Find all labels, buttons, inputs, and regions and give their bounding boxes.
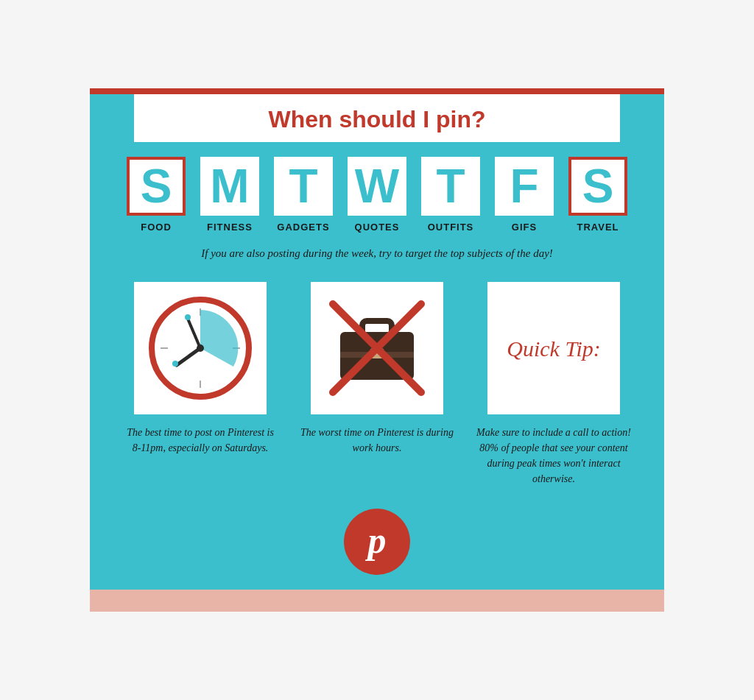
card-quicktip: Quick Tip: Make sure to include a call t… [473,282,635,487]
clock-circle [149,297,252,400]
bottom-border [90,590,664,612]
card-clock-text: The best time to post on Pinterest is 8-… [119,425,281,456]
svg-point-8 [172,361,178,367]
day-thursday: T [421,157,480,216]
day-wednesday: W [348,157,406,216]
svg-point-7 [197,344,204,352]
pinterest-logo: p [344,509,410,575]
pinterest-p-icon: p [368,522,387,562]
day-saturday: S [568,157,627,216]
day-sunday: S [127,157,186,216]
subject-travel: TRAVEL [568,222,627,233]
subject-gifs: GIFS [495,222,554,233]
cross-svg [318,289,436,407]
day-monday: M [200,157,259,216]
subjects-row: FOOD FITNESS GADGETS QUOTES OUTFITS GIFS… [119,222,635,233]
subject-food: FOOD [127,222,186,233]
subtitle: If you are also posting during the week,… [90,240,664,275]
clock-visual [134,282,267,414]
subject-outfits: OUTFITS [421,222,480,233]
subject-quotes: QUOTES [348,222,406,233]
svg-point-9 [185,314,191,320]
quicktip-header: Quick Tip: [507,334,601,363]
cards-section: The best time to post on Pinterest is 8-… [90,275,664,501]
pinterest-section: p [90,501,664,575]
title-section: When should I pin? [90,94,664,142]
subject-gadgets: GADGETS [274,222,333,233]
card-briefcase-text: The worst time on Pinterest is during wo… [296,425,458,456]
days-row: S M T W T F S [119,157,635,216]
days-section: S M T W T F S FOOD FITNESS GADGETS QUOTE… [90,142,664,240]
day-friday: F [495,157,554,216]
card-quicktip-text: Make sure to include a call to action! 8… [473,425,635,487]
main-title: When should I pin? [268,106,485,132]
card-clock: The best time to post on Pinterest is 8-… [119,282,281,487]
clock-svg [155,303,246,394]
day-tuesday: T [274,157,333,216]
card-briefcase: The worst time on Pinterest is during wo… [296,282,458,487]
infographic: When should I pin? S M T W T F S FOOD FI… [90,88,664,612]
quicktip-visual: Quick Tip: [487,282,620,414]
briefcase-visual [311,282,443,414]
top-border [90,88,664,94]
subject-fitness: FITNESS [200,222,259,233]
